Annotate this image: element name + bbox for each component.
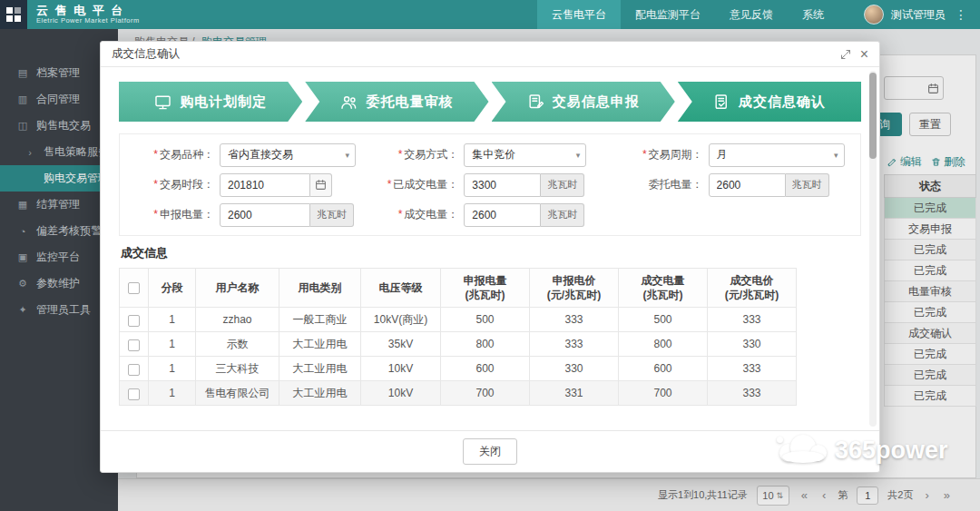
field-label: *交易方式： — [368, 147, 464, 162]
select-value: 省内直接交易 — [228, 147, 293, 162]
users-icon — [340, 93, 358, 111]
table-row[interactable]: 1 三大科技 大工业用电 10kV 600 330 600 333 — [120, 357, 797, 381]
nav-system[interactable]: 系统 — [788, 0, 838, 29]
grid-logo-icon — [6, 7, 21, 22]
app-logo[interactable] — [0, 0, 27, 29]
close-icon[interactable]: × — [860, 47, 868, 62]
cell-deal-price: 330 — [708, 332, 797, 357]
step-deal-confirm[interactable]: 成交信息确认 — [678, 82, 861, 122]
required-mark: * — [642, 148, 647, 161]
cell-user-name: zzhao — [196, 308, 279, 332]
required-mark: * — [153, 178, 158, 191]
section-title: 成交信息 — [121, 245, 861, 261]
dialog-header: 成交信息确认 × — [101, 42, 879, 67]
brand-subtitle: Eletric Power Market Platform — [36, 17, 140, 25]
col-deal-volume: 成交电量 (兆瓦时) — [619, 269, 708, 308]
cell-usage-category: 大工业用电 — [279, 357, 361, 381]
step-purchase-plan[interactable]: 购电计划制定 — [119, 82, 302, 122]
select-value: 集中竞价 — [472, 147, 515, 162]
calendar-icon — [315, 179, 327, 191]
wizard-steps: 购电计划制定 委托电量审核 交易信息申报 — [119, 82, 861, 122]
more-menu-icon[interactable]: ⋮ — [953, 7, 969, 22]
trade-type-select[interactable]: 省内直接交易 ▾ — [220, 143, 356, 167]
document-edit-icon — [527, 93, 544, 111]
brand-title: 云 售 电 平 台 — [36, 5, 140, 17]
trade-cycle-select[interactable]: 月 ▾ — [709, 143, 845, 167]
maximize-icon[interactable] — [840, 49, 851, 60]
cell-deal-volume: 800 — [619, 332, 708, 357]
nav-distribution-monitor[interactable]: 配电监测平台 — [621, 0, 715, 29]
select-all-checkbox[interactable] — [128, 282, 140, 294]
row-checkbox[interactable] — [128, 315, 140, 327]
step-trade-declare[interactable]: 交易信息申报 — [492, 82, 675, 122]
entrust-volume-input[interactable] — [709, 173, 786, 197]
cell-voltage-level: 10kV — [361, 357, 441, 381]
trade-period-input[interactable] — [220, 173, 310, 197]
select-value: 月 — [717, 147, 728, 162]
table-header-row: 分段 用户名称 用电类别 电压等级 申报电量 (兆瓦时) 申报电价 (元/兆瓦时… — [120, 269, 797, 308]
cell-voltage-level: 10kV — [361, 381, 441, 406]
cell-declared-volume: 700 — [441, 381, 530, 406]
cell-segment: 1 — [149, 308, 196, 332]
step-label: 委托电量审核 — [366, 93, 453, 111]
unit-addon: 兆瓦时 — [310, 203, 354, 227]
top-header: 云 售 电 平 台 Eletric Power Market Platform … — [0, 0, 980, 29]
deal-confirm-dialog: 成交信息确认 × 购电计划制定 — [100, 41, 880, 473]
row-checkbox[interactable] — [128, 339, 140, 351]
declared-volume-input[interactable] — [220, 203, 310, 227]
cell-segment: 1 — [149, 357, 196, 381]
cloud-logo-icon — [777, 432, 831, 468]
step-entrust-review[interactable]: 委托电量审核 — [305, 82, 488, 122]
col-deal-price: 成交电价 (元/兆瓦时) — [708, 269, 797, 308]
top-nav: 云售电平台 配电监测平台 意见反馈 系统 — [537, 0, 838, 29]
monitor-icon — [154, 93, 172, 111]
required-mark: * — [398, 148, 403, 161]
close-button[interactable]: 关闭 — [463, 438, 517, 465]
cell-declared-price: 330 — [530, 357, 619, 381]
cell-user-name: 售电有限公司 — [196, 381, 279, 406]
table-row[interactable]: 1 zzhao 一般工商业 10kV(商业) 500 333 500 333 — [120, 308, 797, 332]
trade-mode-select[interactable]: 集中竞价 ▾ — [464, 143, 586, 167]
field-label: *申报电量： — [123, 207, 220, 222]
unit-addon: 兆瓦时 — [786, 173, 829, 197]
avatar[interactable] — [864, 5, 884, 25]
dialog-title: 成交信息确认 — [112, 46, 180, 62]
required-mark: * — [387, 178, 392, 191]
cell-declared-volume: 600 — [441, 357, 530, 381]
col-segment: 分段 — [149, 269, 196, 308]
table-row[interactable]: 1 示数 大工业用电 35kV 800 333 800 330 — [120, 332, 797, 357]
cell-deal-price: 333 — [708, 381, 797, 406]
user-name: 测试管理员 — [891, 7, 946, 23]
nav-cloud-sale-platform[interactable]: 云售电平台 — [537, 0, 621, 29]
dealt-total-input[interactable] — [464, 173, 541, 197]
deal-info-table: 分段 用户名称 用电类别 电压等级 申报电量 (兆瓦时) 申报电价 (元/兆瓦时… — [119, 268, 797, 406]
step-label: 购电计划制定 — [180, 93, 267, 111]
col-declared-price: 申报电价 (元/兆瓦时) — [530, 269, 619, 308]
document-check-icon — [713, 93, 730, 111]
date-picker-button[interactable] — [310, 173, 332, 197]
cell-user-name: 三大科技 — [196, 357, 279, 381]
table-row[interactable]: 1 售电有限公司 大工业用电 10kV 700 331 700 333 — [120, 381, 797, 406]
chevron-down-icon: ▾ — [345, 151, 349, 160]
cell-deal-volume: 700 — [619, 381, 708, 406]
row-checkbox[interactable] — [128, 388, 140, 400]
cell-declared-price: 333 — [530, 332, 619, 357]
nav-feedback[interactable]: 意见反馈 — [715, 0, 788, 29]
unit-addon: 兆瓦时 — [541, 173, 584, 197]
unit-addon: 兆瓦时 — [541, 203, 584, 227]
col-voltage-level: 电压等级 — [361, 269, 441, 308]
field-label: *交易品种： — [123, 147, 220, 162]
user-box: 测试管理员 ⋮ — [838, 5, 980, 25]
watermark-text: 365power — [835, 437, 948, 465]
scrollbar-thumb[interactable] — [869, 73, 877, 159]
col-user-name: 用户名称 — [196, 269, 279, 308]
field-label: *已成交电量： — [368, 177, 464, 192]
cell-segment: 1 — [149, 332, 196, 357]
cell-deal-volume: 500 — [619, 308, 708, 332]
cell-declared-price: 333 — [530, 308, 619, 332]
deal-volume-input[interactable] — [464, 203, 541, 227]
deal-form: *交易品种： 省内直接交易 ▾ *交易方式： 集中竞价 ▾ *交易周期： — [119, 133, 861, 236]
field-label: 委托电量： — [612, 177, 709, 192]
row-checkbox[interactable] — [128, 364, 140, 376]
modal-scrollbar[interactable] — [869, 71, 877, 427]
